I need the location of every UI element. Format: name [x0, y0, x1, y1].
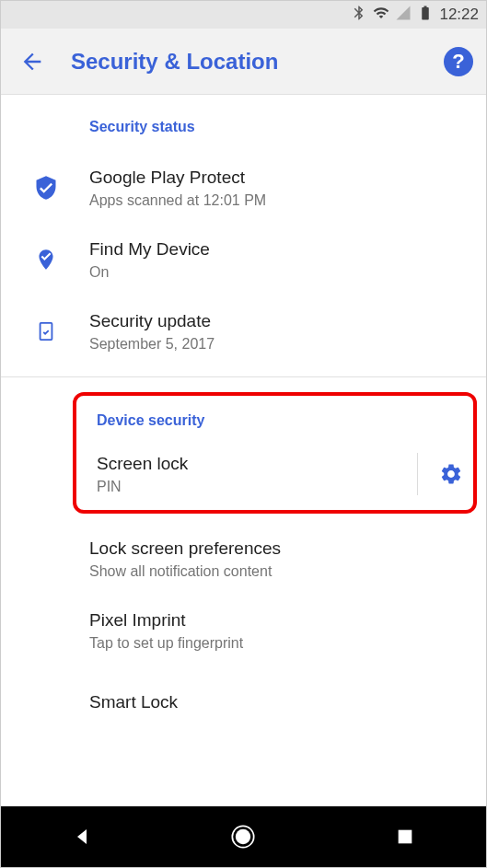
- item-security-update[interactable]: Security update September 5, 2017: [1, 295, 486, 367]
- nav-home-button[interactable]: [206, 818, 280, 855]
- battery-icon: [417, 5, 434, 25]
- highlight-box: Device security Screen lock PIN: [73, 392, 477, 514]
- signal-icon: [395, 5, 412, 25]
- vertical-divider: [417, 453, 418, 495]
- divider: [1, 376, 486, 377]
- item-find-my-device[interactable]: Find My Device On: [1, 224, 486, 295]
- nav-back-button[interactable]: [45, 818, 119, 855]
- item-title: Lock screen preferences: [89, 538, 470, 561]
- item-title: Smart Lock: [89, 691, 470, 714]
- item-lock-screen-preferences[interactable]: Lock screen preferences Show all notific…: [1, 523, 486, 595]
- item-google-play-protect[interactable]: Google Play Protect Apps scanned at 12:0…: [1, 152, 486, 224]
- bluetooth-icon: [351, 5, 367, 25]
- wifi-icon: [373, 5, 389, 25]
- item-subtitle: Apps scanned at 12:01 PM: [89, 192, 470, 209]
- item-subtitle: On: [89, 264, 470, 281]
- item-title: Google Play Protect: [89, 167, 470, 190]
- svg-rect-3: [399, 830, 412, 844]
- item-subtitle: September 5, 2017: [89, 336, 470, 353]
- app-bar: Security & Location ?: [1, 29, 486, 95]
- svg-point-2: [236, 829, 250, 844]
- section-header-security-status: Security status: [1, 95, 486, 152]
- item-smart-lock[interactable]: Smart Lock: [1, 666, 486, 738]
- item-title: Find My Device: [89, 238, 470, 261]
- shield-check-icon: [21, 174, 71, 202]
- item-subtitle: Tap to set up fingerprint: [89, 635, 470, 652]
- item-screen-lock[interactable]: Screen lock PIN: [76, 438, 473, 510]
- item-subtitle: Show all notification content: [89, 563, 470, 580]
- content: Security status Google Play Protect Apps…: [1, 95, 486, 738]
- back-button[interactable]: [14, 43, 51, 80]
- phone-check-icon: [21, 318, 71, 345]
- help-button[interactable]: ?: [444, 47, 473, 76]
- item-title: Pixel Imprint: [89, 609, 470, 632]
- nav-recent-button[interactable]: [368, 818, 442, 855]
- item-title: Security update: [89, 310, 470, 333]
- svg-rect-0: [41, 323, 52, 340]
- page-title: Security & Location: [71, 49, 444, 75]
- item-subtitle: PIN: [97, 479, 400, 495]
- navigation-bar: [1, 806, 486, 867]
- status-bar: 12:22: [1, 1, 486, 29]
- item-title: Screen lock: [97, 453, 400, 476]
- screen-lock-settings-button[interactable]: [435, 457, 468, 491]
- location-check-icon: [21, 246, 71, 273]
- item-pixel-imprint[interactable]: Pixel Imprint Tap to set up fingerprint: [1, 595, 486, 666]
- section-header-device-security: Device security: [76, 396, 473, 438]
- status-time: 12:22: [439, 6, 479, 24]
